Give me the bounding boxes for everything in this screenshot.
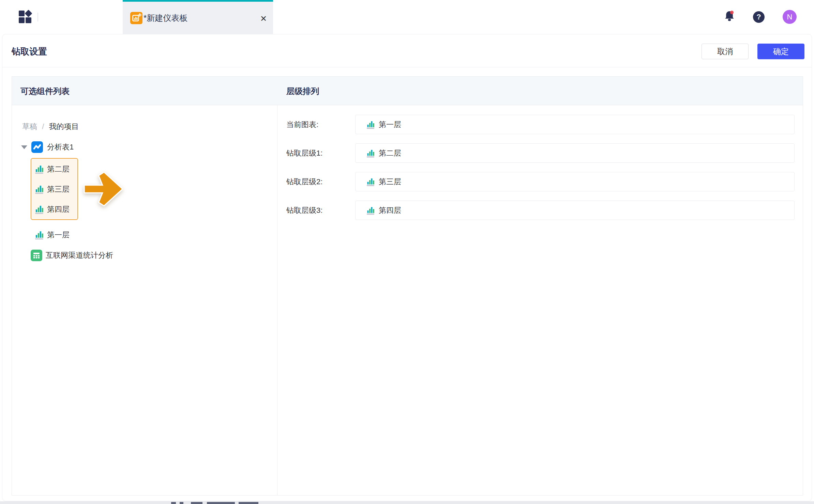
tree-item-level3[interactable]: 第三层	[31, 179, 77, 199]
logo-square	[19, 17, 25, 23]
bar-chart-icon	[366, 148, 375, 158]
hierarchy-slot-drill-level-2[interactable]: 第三层	[355, 172, 795, 191]
help-glyph: ?	[756, 13, 761, 21]
hierarchy-row-drill-level-3: 钻取层级3: 第四层	[286, 201, 795, 220]
app-logo-icon[interactable]	[19, 11, 31, 23]
analysis-chart-icon	[31, 141, 43, 153]
cancel-button[interactable]: 取消	[702, 44, 749, 59]
tab-title: *新建仪表板	[144, 13, 187, 23]
logo-square	[26, 17, 31, 23]
bar-chart-icon	[34, 230, 44, 240]
bar-chart-icon	[366, 177, 375, 187]
tree-item-level2[interactable]: 第二层	[31, 159, 77, 179]
hierarchy-row-label: 当前图表:	[286, 115, 318, 134]
page-underlay-text-fragment	[191, 502, 202, 504]
hierarchy-slot-value: 第四层	[379, 205, 401, 216]
breadcrumb-separator: /	[42, 122, 44, 131]
bar-chart-icon	[34, 204, 44, 215]
bar-chart-icon	[34, 164, 44, 174]
page-underlay-text-fragment	[239, 502, 258, 504]
tree-item-label: 互联网渠道统计分析	[46, 250, 113, 261]
logo-divider	[37, 13, 38, 21]
breadcrumb-current: 我的项目	[49, 122, 79, 131]
hierarchy-slot-drill-level-3[interactable]: 第四层	[355, 201, 795, 220]
page-underlay-text-fragment	[180, 502, 183, 504]
right-panel-header: 层级排列	[286, 86, 319, 97]
breadcrumb-root[interactable]: 草稿	[22, 122, 37, 131]
tree-item-label: 第四层	[47, 204, 70, 215]
page-underlay-text-fragment	[207, 502, 235, 504]
dialog-title: 钻取设置	[12, 46, 47, 58]
page-underlay-text-fragment	[171, 502, 176, 504]
tree-node-label: 分析表1	[47, 142, 74, 152]
tab-close-icon[interactable]: ✕	[260, 2, 267, 36]
column-divider	[277, 105, 277, 495]
dialog-header: 钻取设置 取消 确定	[2, 34, 812, 67]
help-icon[interactable]: ?	[753, 11, 765, 23]
tree-item-label: 第一层	[47, 230, 70, 240]
hierarchy-row-drill-level-1: 钻取层级1: 第二层	[286, 143, 795, 163]
tab-new-dashboard[interactable]: *新建仪表板 ✕	[123, 0, 273, 34]
breadcrumb: 草稿 / 我的项目	[22, 122, 79, 132]
tree-item-label: 第二层	[47, 164, 70, 174]
hierarchy-row-label: 钻取层级2:	[286, 172, 322, 191]
left-panel-header: 可选组件列表	[20, 86, 70, 97]
page-underlay-strip	[0, 501, 814, 504]
selected-items-highlight-box: 第二层 第三层 第四	[31, 158, 78, 220]
hierarchy-row-current-chart: 当前图表: 第一层	[286, 115, 795, 134]
logo-diamond	[25, 10, 32, 17]
table-icon	[31, 250, 42, 261]
expander-chevron-down-icon[interactable]	[21, 145, 27, 149]
hierarchy-row-label: 钻取层级3:	[286, 201, 322, 220]
bar-chart-icon	[366, 206, 375, 215]
hierarchy-slot-current-chart[interactable]: 第一层	[355, 115, 795, 134]
notification-bell-icon[interactable]	[724, 10, 735, 23]
hierarchy-row-drill-level-2: 钻取层级2: 第三层	[286, 172, 795, 191]
top-bar: *新建仪表板 ✕ ? N	[0, 0, 814, 34]
hierarchy-slot-drill-level-1[interactable]: 第二层	[355, 143, 795, 163]
hierarchy-slot-value: 第三层	[379, 177, 401, 187]
panel-header-band: 可选组件列表 层级排列	[12, 77, 803, 105]
hierarchy-row-label: 钻取层级1:	[286, 143, 322, 163]
drill-settings-dialog: 钻取设置 取消 确定 可选组件列表 层级排列 草稿 / 我的项目 分析表1	[2, 34, 812, 501]
user-avatar[interactable]: N	[783, 10, 797, 24]
tree-item-internet-channel-table[interactable]: 互联网渠道统计分析	[31, 250, 113, 261]
tree-item-label: 第三层	[47, 184, 70, 194]
bar-chart-icon	[366, 120, 375, 129]
hierarchy-slot-value: 第一层	[379, 120, 401, 130]
dashboard-tab-icon	[130, 12, 142, 24]
drag-hint-arrow-icon	[83, 171, 124, 207]
logo-square	[19, 11, 25, 16]
hierarchy-slot-value: 第二层	[379, 148, 401, 158]
drill-settings-panel: 可选组件列表 层级排列 草稿 / 我的项目 分析表1	[12, 76, 803, 495]
tree-item-level1[interactable]: 第一层	[34, 225, 70, 245]
tree-node-analysis-table[interactable]: 分析表1	[12, 140, 74, 155]
avatar-initial: N	[787, 13, 793, 21]
tree-item-level4[interactable]: 第四层	[31, 199, 77, 219]
bar-chart-icon	[34, 184, 44, 194]
confirm-button[interactable]: 确定	[757, 44, 804, 59]
